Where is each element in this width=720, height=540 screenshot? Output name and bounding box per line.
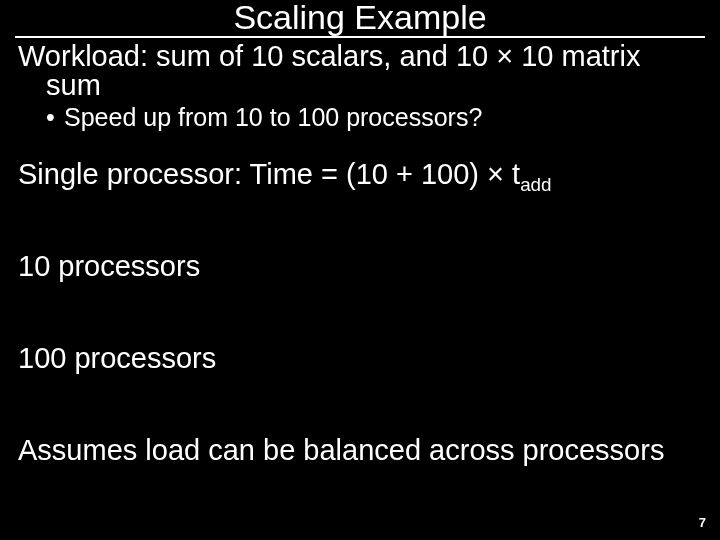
speedup-text: Speed up from 10 to 100 processors?	[64, 103, 482, 131]
single-proc-subscript: add	[520, 174, 551, 195]
slide-content: Workload: sum of 10 scalars, and 10 × 10…	[0, 42, 720, 467]
assumption-line: Assumes load can be balanced across proc…	[18, 435, 702, 467]
workload-text: Workload: sum of 10 scalars, and 10 × 10…	[18, 42, 702, 100]
speedup-bullet: •Speed up from 10 to 100 processors?	[46, 104, 702, 132]
bullet-dot-icon: •	[46, 104, 64, 132]
hundred-processors-line: 100 processors	[18, 343, 702, 375]
ten-processors-line: 10 processors	[18, 251, 702, 283]
workload-line2: sum	[46, 69, 101, 101]
single-proc-text: Single processor: Time = (10 + 100) × t	[18, 158, 520, 190]
workload-line1: Workload: sum of 10 scalars, and 10 × 10…	[18, 40, 640, 72]
page-number: 7	[699, 515, 706, 530]
single-processor-line: Single processor: Time = (10 + 100) × ta…	[18, 159, 702, 191]
slide-title: Scaling Example	[15, 0, 705, 38]
slide: Scaling Example Workload: sum of 10 scal…	[0, 0, 720, 540]
